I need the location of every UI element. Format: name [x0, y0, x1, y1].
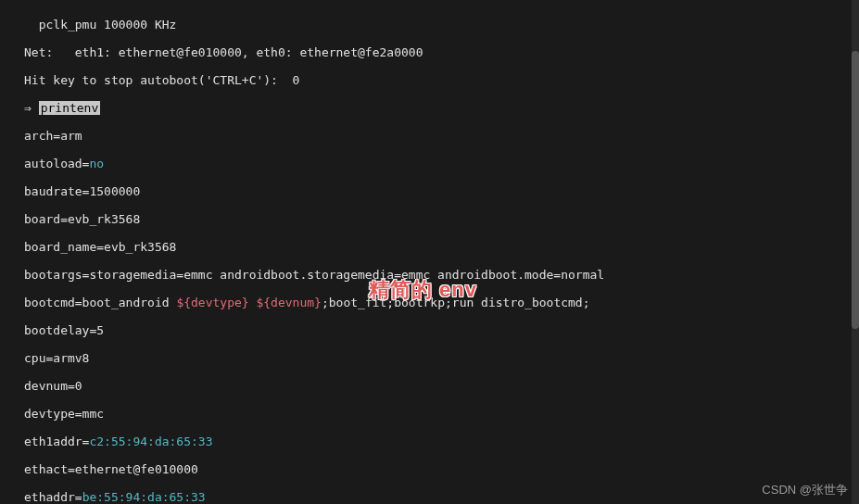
terminal-output: pclk_pmu 100000 KHz Net: eth1: ethernet@… [0, 0, 859, 504]
line-net: Net: eth1: ethernet@fe010000, eth0: ethe… [24, 45, 859, 59]
env-ethact: ethact=ethernet@fe010000 [24, 462, 859, 476]
env-devtype: devtype=mmc [24, 407, 859, 421]
scrollbar-thumb[interactable] [852, 51, 859, 329]
scrollbar-track[interactable] [852, 0, 859, 504]
watermark: CSDN @张世争 [762, 483, 848, 497]
prompt-arrow: ⇒ [24, 101, 39, 115]
env-devnum: devnum=0 [24, 379, 859, 393]
annotation-label: 精简的 env [369, 283, 477, 296]
env-board-name: board_name=evb_rk3568 [24, 240, 859, 254]
line-autoboot: Hit key to stop autoboot('CTRL+C'): 0 [24, 73, 859, 87]
env-eth1addr: eth1addr=c2:55:94:da:65:33 [24, 435, 859, 448]
line-prompt: ⇒ printenv [24, 101, 859, 115]
command-printenv: printenv [39, 101, 101, 115]
env-board: board=evb_rk3568 [24, 212, 859, 226]
env-arch: arch=arm [24, 129, 859, 143]
env-cpu: cpu=armv8 [24, 351, 859, 365]
env-bootdelay: bootdelay=5 [24, 323, 859, 337]
env-autoload: autoload=no [24, 157, 859, 170]
env-ethaddr: ethaddr=be:55:94:da:65:33 [24, 490, 859, 504]
line-pclk: pclk_pmu 100000 KHz [24, 18, 859, 32]
env-baudrate: baudrate=1500000 [24, 184, 859, 198]
